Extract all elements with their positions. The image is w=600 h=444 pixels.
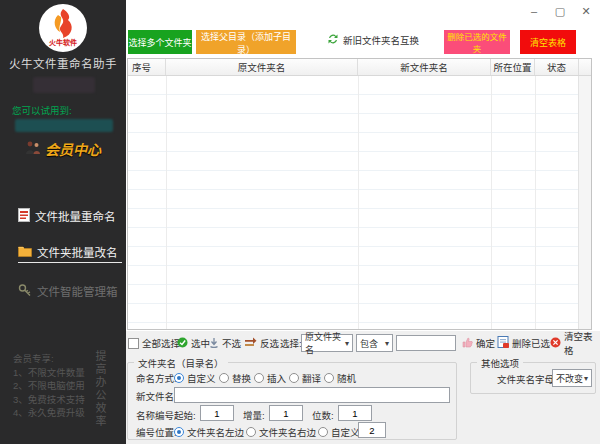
radio-icon[interactable]	[289, 373, 299, 383]
radio-left-of-name[interactable]: 文件夹名左边	[174, 425, 244, 439]
clear-table-button[interactable]: 清空表格	[520, 30, 576, 54]
increment-input[interactable]	[269, 405, 303, 421]
invert-selection-button[interactable]: 反选	[244, 332, 279, 354]
col-new-name[interactable]: 新文件夹名	[358, 59, 491, 75]
app-title: 火牛文件重命名助手	[0, 55, 126, 71]
vertical-scrollbar[interactable]	[578, 76, 591, 329]
sidebar-item-folder-batch-rename[interactable]: 文件夹批量改名	[18, 243, 122, 263]
check-button[interactable]: 选中	[177, 332, 210, 354]
swap-old-new-names-button[interactable]: 新旧文件夹名互换	[327, 33, 419, 47]
naming-method-row: 命名方式: 自定义 替换 插入 翻译 随机	[128, 371, 456, 387]
select-parent-directory-button[interactable]: 选择父目录（添加子目录）	[196, 30, 296, 54]
letter-case-dropdown[interactable]: 不改变 ▾	[552, 369, 592, 387]
radio-icon[interactable]	[318, 427, 328, 437]
new-name-label: 新文件名:	[136, 389, 177, 403]
naming-method-label: 命名方式:	[136, 371, 177, 385]
col-status[interactable]: 状态	[535, 59, 579, 75]
perk-item: 4、永久免费升级	[13, 406, 85, 420]
keys-icon	[18, 284, 32, 299]
clear-table-small-button[interactable]: 清空表格	[550, 332, 600, 354]
radio-icon[interactable]	[219, 373, 229, 383]
app-logo: 火牛软件	[38, 3, 88, 53]
condition-dropdown-value: 包含	[360, 337, 378, 350]
confirm-label: 确定	[476, 336, 495, 350]
delete-selected-button[interactable]: 删除已选	[497, 332, 550, 354]
increment-label: 增量:	[243, 408, 265, 422]
perk-item: 2、不限电脑使用	[13, 379, 85, 393]
col-spacer	[579, 59, 591, 75]
col-location[interactable]: 所在位置	[491, 59, 535, 75]
down-arrow-icon	[209, 337, 219, 350]
sidebar-item-label: 文件智能管理箱	[37, 283, 118, 299]
radio-right-of-name[interactable]: 文件夹名右边	[246, 425, 316, 439]
radio-icon[interactable]	[174, 427, 184, 437]
digits-label: 位数:	[312, 408, 334, 422]
folder-name-group-title: 文件夹名（目录名）	[134, 356, 228, 370]
letter-case-value: 不改变	[556, 372, 583, 385]
redacted-trial-date	[15, 119, 113, 132]
checkbox-icon[interactable]	[128, 338, 139, 349]
select-all-label: 全部选择	[142, 336, 180, 350]
radio-random[interactable]: 随机	[324, 371, 356, 385]
start-label: 起始:	[174, 408, 196, 422]
folders-table: 序号 原文件夹名 新文件夹名 所在位置 状态	[127, 58, 592, 330]
custom-position-input[interactable]	[358, 422, 386, 438]
column-divider	[358, 76, 359, 329]
radio-icon[interactable]	[174, 373, 184, 383]
sidebar: 火牛软件 火牛文件重命名助手 您可以试用到: 会员中心	[0, 0, 126, 444]
redacted-machine-code	[33, 77, 95, 93]
field-dropdown[interactable]: 原文件夹名 ▾	[301, 334, 353, 352]
member-center-link[interactable]: 会员中心	[0, 139, 126, 159]
numbering-row: 名称编号: 起始: 增量: 位数:	[128, 408, 456, 424]
maximize-icon[interactable]: ▢	[554, 5, 566, 18]
numbering-label: 名称编号:	[136, 408, 177, 422]
sidebar-item-smart-file-box[interactable]: 文件智能管理箱	[18, 281, 118, 301]
condition-dropdown[interactable]: 包含 ▾	[356, 334, 393, 352]
col-original-name[interactable]: 原文件夹名	[166, 59, 358, 75]
folder-icon	[18, 245, 32, 259]
clear-table-small-label: 清空表格	[564, 329, 600, 357]
column-divider	[166, 76, 167, 329]
other-options-title: 其他选项	[477, 356, 523, 370]
red-x-circle-icon	[550, 337, 561, 350]
chevron-down-icon: ▾	[584, 374, 588, 383]
sidebar-item-file-batch-rename[interactable]: 文件批量重命名	[18, 206, 116, 226]
radio-custom[interactable]: 自定义	[174, 371, 216, 385]
sidebar-item-label: 文件批量重命名	[35, 208, 116, 224]
radio-replace[interactable]: 替换	[219, 371, 251, 385]
check-label: 选中	[191, 336, 210, 350]
window-controls: – ▢ ✕	[528, 5, 592, 18]
letter-case-label: 文件夹名字母:	[497, 372, 557, 386]
select-all-checkbox[interactable]: 全部选择	[128, 332, 180, 354]
chevron-down-icon: ▾	[385, 339, 389, 348]
member-perks: 会员专享: 1、不限文件数量 2、不限电脑使用 3、免费技术支持 4、永久免费升…	[13, 352, 85, 420]
radio-custom-position[interactable]: 自定义:	[318, 425, 362, 439]
confirm-button[interactable]: 确定	[462, 332, 495, 354]
radio-icon[interactable]	[246, 427, 256, 437]
app-window: 火牛软件 火牛文件重命名助手 您可以试用到: 会员中心	[0, 0, 600, 444]
delete-selected-label: 删除已选	[512, 336, 550, 350]
filter-label: 选择:	[280, 332, 302, 354]
table-header: 序号 原文件夹名 新文件夹名 所在位置 状态	[128, 59, 591, 76]
close-icon[interactable]: ✕	[580, 5, 592, 18]
radio-translate[interactable]: 翻译	[289, 371, 321, 385]
uncheck-button[interactable]: 不选	[209, 332, 241, 354]
swap-label: 新旧文件夹名互换	[343, 33, 419, 47]
radio-icon[interactable]	[254, 373, 264, 383]
keyword-input[interactable]	[396, 335, 456, 351]
digits-input[interactable]	[338, 405, 372, 421]
radio-insert[interactable]: 插入	[254, 371, 286, 385]
perk-item: 3、免费技术支持	[13, 393, 85, 407]
invert-label: 反选	[260, 336, 279, 350]
delete-selected-folders-button[interactable]: 删除已选的文件夹	[444, 30, 510, 54]
col-index[interactable]: 序号	[128, 59, 166, 75]
select-multiple-folders-button[interactable]: 选择多个文件夹	[128, 30, 192, 54]
member-center-label: 会员中心	[45, 139, 101, 159]
recycle-swap-icon	[327, 33, 339, 47]
minimize-icon[interactable]: –	[528, 5, 540, 18]
new-name-input[interactable]	[174, 387, 450, 403]
field-dropdown-value: 原文件夹名	[305, 330, 345, 356]
start-input[interactable]	[200, 405, 234, 421]
position-label: 编号位置:	[136, 425, 177, 439]
radio-icon[interactable]	[324, 373, 334, 383]
